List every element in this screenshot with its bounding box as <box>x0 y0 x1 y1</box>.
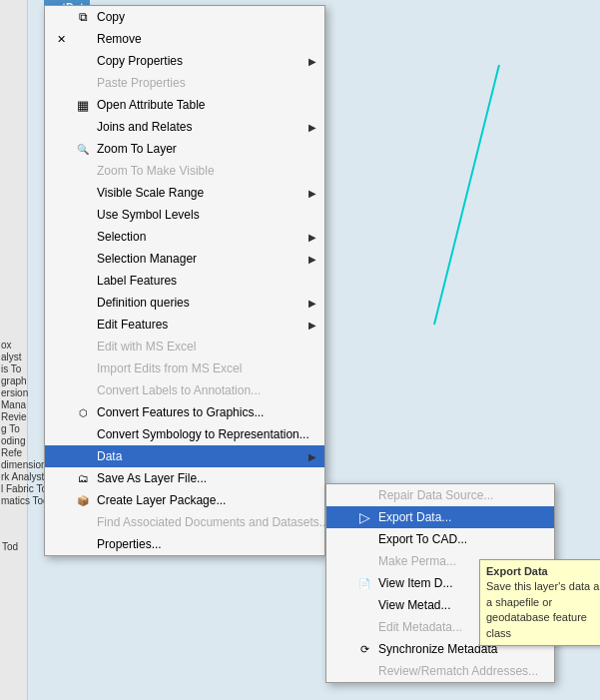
menu-item-import-excel[interactable]: Import Edits from MS Excel <box>45 357 324 379</box>
menu-item-edit-excel[interactable]: Edit with MS Excel <box>45 336 324 357</box>
ef-icon <box>73 317 93 333</box>
sel-label: Selection <box>97 230 308 244</box>
menu-item-remove[interactable]: ✕ Remove <box>45 28 324 50</box>
menu-item-find-associated[interactable]: Find Associated Documents and Datasets..… <box>45 511 324 533</box>
ee-icon <box>73 339 93 354</box>
sm-label: Selection Manager <box>97 252 308 266</box>
menu-item-selection[interactable]: Selection ▶ <box>45 226 324 248</box>
jr-label: Joins and Relates <box>97 120 308 134</box>
ztl-check <box>53 141 69 157</box>
prop-icon <box>73 536 93 552</box>
vm-check <box>334 597 350 613</box>
menu-item-zoom-visible[interactable]: Zoom To Make Visible <box>45 160 324 182</box>
copy-props-check <box>53 53 69 69</box>
slf-check <box>53 470 69 486</box>
vsr-arrow: ▶ <box>308 188 316 199</box>
syncm-check <box>334 641 350 657</box>
cfg-label: Convert Features to Graphics... <box>97 405 316 419</box>
rra-icon <box>354 663 374 679</box>
dq-arrow: ▶ <box>308 298 316 309</box>
cla-check <box>53 382 69 398</box>
remove-check: ✕ <box>53 31 69 47</box>
etc-check <box>334 531 350 547</box>
etc-label: Export To CAD... <box>378 532 546 546</box>
prop-label: Properties... <box>97 537 316 551</box>
submenu-export-data[interactable]: ▷ Export Data... <box>326 506 554 528</box>
submenu-review-rematch[interactable]: Review/Rematch Addresses... <box>326 660 554 682</box>
ztl-icon: 🔍 <box>73 141 93 157</box>
mp-icon <box>354 553 374 569</box>
ie-label: Import Edits from MS Excel <box>97 361 316 375</box>
menu-item-data[interactable]: Data ▶ <box>45 445 324 467</box>
cla-icon <box>73 382 93 398</box>
sel-check <box>53 229 69 245</box>
menu-item-open-attribute-table[interactable]: ▦ Open Attribute Table <box>45 94 324 116</box>
copy-props-icon <box>73 53 93 69</box>
ef-arrow: ▶ <box>308 320 316 331</box>
vid-check <box>334 575 350 591</box>
context-menu: ⧉ Copy ✕ Remove Copy Properties ▶ Paste … <box>44 5 325 556</box>
ie-check <box>53 360 69 376</box>
menu-item-symbol-levels[interactable]: Use Symbol Levels <box>45 204 324 226</box>
rra-label: Review/Rematch Addresses... <box>378 664 546 678</box>
mp-check <box>334 553 350 569</box>
ztmv-label: Zoom To Make Visible <box>97 164 316 178</box>
rds-check <box>334 487 350 503</box>
ed-icon: ▷ <box>354 509 374 525</box>
csr-check <box>53 426 69 442</box>
cfg-icon: ⬡ <box>73 404 93 420</box>
copy-label: Copy <box>97 10 316 24</box>
submenu-export-cad[interactable]: Export To CAD... <box>326 528 554 550</box>
menu-item-joins-relates[interactable]: Joins and Relates ▶ <box>45 116 324 138</box>
fad-icon <box>73 514 93 530</box>
menu-item-zoom-layer[interactable]: 🔍 Zoom To Layer <box>45 138 324 160</box>
oat-icon: ▦ <box>73 97 93 113</box>
em-icon <box>354 619 374 635</box>
menu-item-copy[interactable]: ⧉ Copy <box>45 6 324 28</box>
sel-icon <box>73 229 93 245</box>
ie-icon <box>73 360 93 376</box>
menu-item-visible-scale[interactable]: Visible Scale Range ▶ <box>45 182 324 204</box>
paste-props-icon <box>73 75 93 91</box>
lf-label: Label Features <box>97 274 316 288</box>
dq-icon <box>73 295 93 311</box>
menu-item-paste-properties[interactable]: Paste Properties <box>45 72 324 94</box>
syncm-icon: ⟳ <box>354 641 374 657</box>
copy-props-label: Copy Properties <box>97 54 308 68</box>
clp-icon: 📦 <box>73 492 93 508</box>
paste-props-label: Paste Properties <box>97 76 316 90</box>
ztmv-icon <box>73 163 93 179</box>
ztl-label: Zoom To Layer <box>97 142 316 156</box>
ed-check <box>334 509 350 525</box>
fad-check <box>53 514 69 530</box>
submenu-repair-data-source[interactable]: Repair Data Source... <box>326 484 554 506</box>
slf-label: Save As Layer File... <box>97 471 316 485</box>
menu-item-selection-manager[interactable]: Selection Manager ▶ <box>45 248 324 270</box>
data-icon <box>73 448 93 464</box>
menu-item-convert-labels[interactable]: Convert Labels to Annotation... <box>45 379 324 401</box>
fad-label: Find Associated Documents and Datasets..… <box>97 515 329 529</box>
vsr-icon <box>73 185 93 201</box>
lf-check <box>53 273 69 289</box>
copy-props-arrow: ▶ <box>308 56 316 67</box>
menu-item-copy-properties[interactable]: Copy Properties ▶ <box>45 50 324 72</box>
menu-item-definition-queries[interactable]: Definition queries ▶ <box>45 292 324 314</box>
menu-item-convert-features[interactable]: ⬡ Convert Features to Graphics... <box>45 401 324 423</box>
oat-check <box>53 97 69 113</box>
usl-check <box>53 207 69 223</box>
data-arrow: ▶ <box>308 451 316 462</box>
menu-item-edit-features[interactable]: Edit Features ▶ <box>45 314 324 336</box>
menu-item-save-layer[interactable]: 🗂 Save As Layer File... <box>45 467 324 489</box>
tooltip-title: Export Data <box>486 565 548 577</box>
paste-props-check <box>53 75 69 91</box>
menu-item-label-features[interactable]: Label Features <box>45 270 324 292</box>
jr-check <box>53 119 69 135</box>
clp-label: Create Layer Package... <box>97 493 316 507</box>
menu-item-convert-symbology[interactable]: Convert Symbology to Representation... <box>45 423 324 445</box>
copy-icon: ⧉ <box>73 9 93 25</box>
menu-item-create-package[interactable]: 📦 Create Layer Package... <box>45 489 324 511</box>
data-check <box>53 448 69 464</box>
menu-item-properties[interactable]: Properties... <box>45 533 324 555</box>
ee-check <box>53 339 69 354</box>
lf-icon <box>73 273 93 289</box>
